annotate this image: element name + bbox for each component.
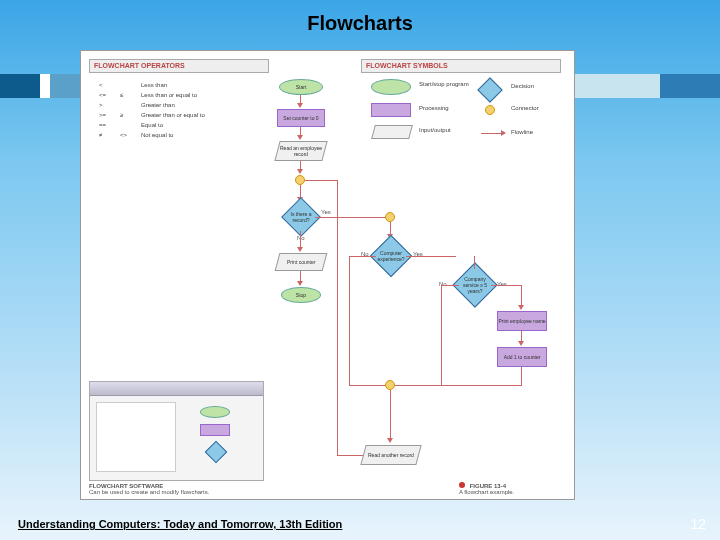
legend-oval <box>371 79 411 95</box>
footer-text: Understanding Computers: Today and Tomor… <box>18 518 342 530</box>
legend-label: Input/output <box>419 127 451 133</box>
flow-connector <box>295 175 305 185</box>
slide-title: Flowcharts <box>0 0 720 41</box>
flow-set-counter: Set counter to 0 <box>277 109 325 127</box>
legend-connector <box>485 105 495 115</box>
flow-stop: Stop <box>281 287 321 303</box>
arrow-icon <box>501 130 506 136</box>
flow-print-counter: Print counter <box>275 253 328 271</box>
label-yes: Yes <box>497 281 507 287</box>
flow-start: Start <box>279 79 323 95</box>
page-number: 12 <box>690 516 706 532</box>
flow-connector <box>385 212 395 222</box>
flowchart-software-screenshot <box>89 381 264 481</box>
label-yes: Yes <box>321 209 331 215</box>
flow-read-emp: Read an employee record <box>274 141 327 161</box>
symbols-header: FLOWCHART SYMBOLS <box>361 59 561 73</box>
legend-rect <box>371 103 411 117</box>
legend-label: Decision <box>511 83 534 89</box>
figure-bullet-icon <box>459 482 465 488</box>
flow-add-counter: Add 1 to counter <box>497 347 547 367</box>
figure-container: FLOWCHART OPERATORS FLOWCHART SYMBOLS <L… <box>80 50 575 500</box>
legend-diamond <box>477 77 502 102</box>
legend-label: Start/stop program <box>419 81 469 87</box>
operators-header: FLOWCHART OPERATORS <box>89 59 269 73</box>
legend-flowline <box>481 133 501 134</box>
software-caption: FLOWCHART SOFTWARE Can be used to create… <box>89 483 264 495</box>
legend-label: Processing <box>419 105 449 111</box>
legend-label: Connector <box>511 105 539 111</box>
flow-connector <box>385 380 395 390</box>
legend-io <box>371 125 413 139</box>
legend-label: Flowline <box>511 129 533 135</box>
operators-table: <Less than <=≤Less than or equal to >Gre… <box>91 79 213 141</box>
flow-print-name: Print employee name <box>497 311 547 331</box>
flow-read-another: Read another record <box>360 445 421 465</box>
figure-caption: FIGURE 13-4 A flowchart example. <box>457 480 572 497</box>
